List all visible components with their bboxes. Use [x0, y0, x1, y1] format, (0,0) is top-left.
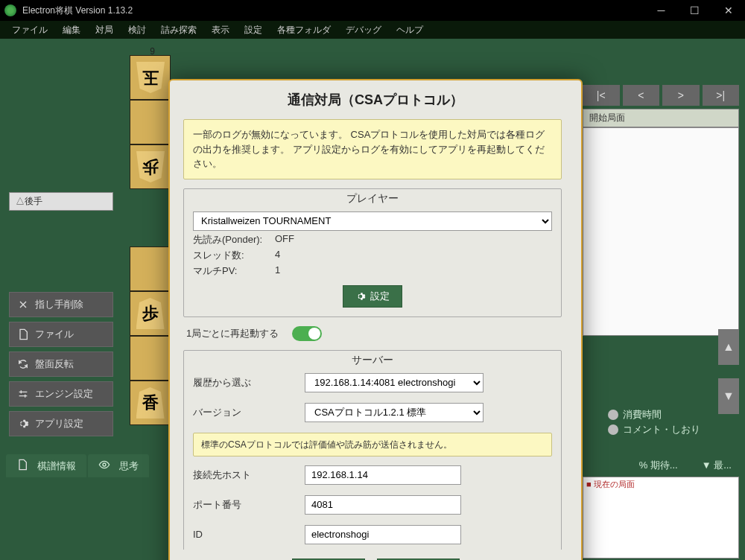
threads-label: スレッド数: — [193, 249, 275, 262]
svg-point-0 — [103, 463, 106, 466]
radio-time[interactable]: 消費時間 — [608, 408, 700, 421]
side-buttons: 指し手削除ファイル盤面反転エンジン設定アプリ設定 — [9, 292, 113, 441]
x-icon — [17, 299, 29, 311]
menu-ファイル[interactable]: ファイル — [4, 21, 55, 39]
menu-デバッグ[interactable]: デバッグ — [338, 21, 389, 39]
toggle-knob — [308, 328, 320, 340]
radio-icon — [608, 410, 618, 420]
shogi-piece[interactable]: 歩 — [136, 151, 165, 182]
ponder-label: 先読み(Ponder): — [193, 233, 275, 246]
board-column: 玉 歩 — [130, 55, 171, 189]
board-cell[interactable]: 歩 — [130, 144, 171, 189]
radio-comment[interactable]: コメント・しおり — [608, 423, 700, 436]
dialog-body[interactable]: 一部のログが無効になっています。 CSAプロトコルを使用した対局では各種ログの出… — [183, 119, 568, 550]
right-panel: |< < > >| 開始局面 — [583, 85, 739, 336]
refresh-icon — [17, 358, 29, 370]
board-cell[interactable] — [130, 246, 171, 291]
board-cell[interactable]: 玉 — [130, 55, 171, 100]
gear-icon — [355, 291, 366, 302]
menu-各種フォルダ[interactable]: 各種フォルダ — [270, 21, 338, 39]
right-tabs: % 期待... ▼ 最... — [632, 454, 739, 477]
restart-label: 1局ごとに再起動する — [186, 327, 279, 340]
shogi-piece[interactable]: 歩 — [136, 298, 165, 329]
id-input[interactable] — [305, 525, 461, 544]
host-label: 接続先ホスト — [193, 468, 305, 482]
maximize-button[interactable]: ☐ — [678, 0, 711, 21]
radio-icon — [608, 424, 618, 435]
server-heading: サーバー — [193, 354, 552, 367]
app-icon — [4, 4, 16, 16]
port-input[interactable] — [305, 495, 461, 515]
player-heading: プレイヤー — [193, 192, 552, 206]
hand-label: △後手 — [9, 192, 113, 211]
player-settings-button[interactable]: 設定 — [343, 285, 402, 308]
board-cell[interactable] — [130, 336, 171, 381]
eval-grid: ■ 現在の局面 — [583, 477, 739, 559]
restart-toggle-row: 1局ごとに再起動する — [183, 326, 562, 341]
multipv-label: マルチPV: — [193, 264, 275, 278]
id-label: ID — [193, 529, 305, 540]
scroll-up-button[interactable]: ▲ — [718, 329, 739, 365]
moves-list[interactable] — [583, 127, 739, 336]
window-title: Electron将棋 Version 1.13.2 — [22, 4, 133, 17]
board-cell[interactable]: 歩 — [130, 291, 171, 336]
version-label: バージョン — [193, 406, 305, 419]
menu-表示[interactable]: 表示 — [204, 21, 237, 39]
dialog-title: 通信対局（CSAプロトコル） — [183, 91, 568, 109]
nav-first-button[interactable]: |< — [583, 85, 620, 106]
menu-詰み探索[interactable]: 詰み探索 — [153, 21, 204, 39]
moves-header: 開始局面 — [583, 109, 739, 127]
board-cell[interactable] — [130, 100, 171, 144]
server-fieldset: サーバー 履歴から選ぶ 192.168.1.14:4081 electronsh… — [183, 350, 562, 550]
protocol-warning: 標準のCSAプロトコルでは評価値や読み筋が送信されません。 — [193, 433, 552, 456]
version-select[interactable]: CSAプロトコル1.2.1 標準 — [305, 403, 484, 422]
threads-value: 4 — [275, 249, 280, 262]
host-input[interactable] — [305, 465, 461, 485]
eye-icon — [98, 459, 115, 473]
undo-button[interactable]: 指し手削除 — [9, 292, 113, 317]
player-fieldset: プレイヤー Kristallweizen TOURNAMENT 先読み(Pond… — [183, 188, 562, 317]
doc-icon — [17, 328, 29, 340]
app-button[interactable]: アプリ設定 — [9, 411, 113, 436]
menubar: ファイル編集対局検討詰み探索表示設定各種フォルダデバッグヘルプ — [0, 21, 745, 39]
tab-record-info[interactable]: 棋譜情報 — [6, 454, 86, 477]
tab-expectation[interactable]: % 期待... — [632, 454, 685, 477]
board-cell[interactable]: 香 — [130, 381, 171, 425]
nav-prev-button[interactable]: < — [623, 85, 660, 106]
restart-toggle[interactable] — [292, 326, 322, 341]
multipv-value: 1 — [275, 264, 280, 278]
display-radios: 消費時間 コメント・しおり — [608, 408, 700, 438]
gear-icon — [17, 418, 29, 430]
engine-select[interactable]: Kristallweizen TOURNAMENT — [193, 211, 552, 231]
file-button[interactable]: ファイル — [9, 322, 113, 347]
menu-設定[interactable]: 設定 — [237, 21, 270, 39]
shogi-piece[interactable]: 玉 — [136, 62, 165, 93]
history-label: 履歴から選ぶ — [193, 376, 305, 389]
left-tabs: 棋譜情報思考 — [6, 454, 149, 477]
menu-対局[interactable]: 対局 — [88, 21, 121, 39]
current-position-label: ■ 現在の局面 — [583, 477, 738, 491]
menu-編集[interactable]: 編集 — [55, 21, 88, 39]
history-select[interactable]: 192.168.1.14:4081 electronshogi — [305, 373, 484, 392]
doc-icon — [16, 459, 33, 473]
shogi-piece[interactable]: 香 — [136, 387, 165, 419]
menu-検討[interactable]: 検討 — [121, 21, 153, 39]
tab-best[interactable]: ▼ 最... — [694, 454, 739, 477]
titlebar: Electron将棋 Version 1.13.2 ─ ☐ ✕ — [0, 0, 745, 21]
tab-thinking[interactable]: 思考 — [88, 454, 149, 477]
csa-dialog: 通信対局（CSAプロトコル） 一部のログが無効になっています。 CSAプロトコル… — [168, 79, 583, 560]
flip-button[interactable]: 盤面反転 — [9, 351, 113, 377]
close-button[interactable]: ✕ — [711, 0, 745, 21]
nav-last-button[interactable]: >| — [703, 85, 740, 106]
scroll-down-button[interactable]: ▼ — [718, 378, 739, 414]
ponder-value: OFF — [275, 233, 294, 246]
menu-ヘルプ[interactable]: ヘルプ — [389, 21, 431, 39]
nav-next-button[interactable]: > — [662, 85, 700, 106]
engine-button[interactable]: エンジン設定 — [9, 381, 113, 407]
log-warning: 一部のログが無効になっています。 CSAプロトコルを使用した対局では各種ログの出… — [183, 119, 562, 179]
minimize-button[interactable]: ─ — [644, 0, 678, 21]
board-column: 歩 香 — [130, 246, 171, 425]
sliders-icon — [17, 388, 29, 400]
port-label: ポート番号 — [193, 498, 305, 512]
